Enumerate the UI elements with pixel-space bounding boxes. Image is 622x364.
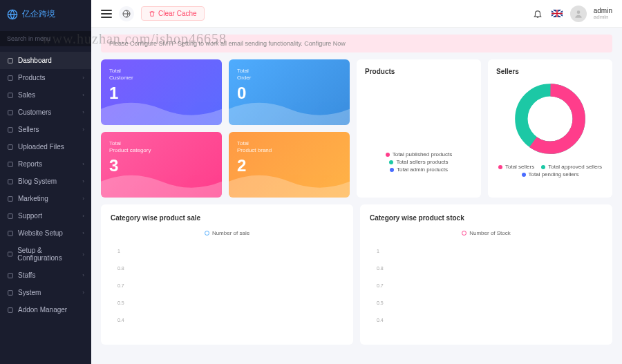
nav-icon — [7, 272, 14, 279]
nav-icon — [7, 161, 14, 168]
clear-cache-label: Clear Cache — [158, 10, 197, 17]
svg-rect-1 — [8, 58, 13, 63]
nav-label: Addon Manager — [18, 306, 67, 314]
svg-rect-5 — [8, 127, 13, 132]
wave-decoration — [101, 165, 222, 198]
user-menu[interactable]: admin admin — [594, 7, 612, 21]
sidebar-item-sales[interactable]: Sales› — [0, 86, 91, 104]
chevron-right-icon: › — [82, 251, 84, 258]
notifications-button[interactable] — [531, 8, 544, 20]
sidebar-item-dashboard[interactable]: Dashboard — [0, 52, 91, 69]
svg-rect-11 — [8, 231, 13, 236]
stat-card-category: TotalProduct category 3 — [101, 132, 222, 198]
sidebar-item-system[interactable]: System› — [0, 284, 91, 301]
nav-label: Blog System — [18, 178, 57, 185]
sidebar-item-staffs[interactable]: Staffs› — [0, 267, 91, 284]
svg-rect-10 — [8, 213, 13, 218]
sidebar-item-addon-manager[interactable]: Addon Manager — [0, 301, 91, 318]
chart-y-axis: 1 0.8 0.7 0.5 0.4 — [111, 249, 343, 323]
sidebar-item-reports[interactable]: Reports› — [0, 155, 91, 173]
chart-product-sale: Category wise product sale Number of sal… — [101, 204, 353, 345]
sidebar-item-marketing[interactable]: Marketing› — [0, 190, 91, 207]
sellers-legend: Total sellers Total approved sellers Tot… — [496, 164, 604, 178]
nav-icon — [7, 251, 13, 258]
search-input[interactable]: Search in menu — [0, 31, 91, 46]
sidebar-item-products[interactable]: Products› — [0, 69, 91, 86]
nav-icon — [7, 126, 14, 133]
chevron-right-icon: › — [82, 75, 84, 81]
nav-icon — [7, 57, 14, 64]
chart-title: Category wise product stock — [370, 214, 603, 222]
chevron-right-icon: › — [82, 92, 84, 98]
stat-card-customer: TotalCustomer 1 — [101, 59, 222, 125]
sellers-card: Sellers Total sellers Total approved sel… — [488, 59, 612, 198]
sidebar-item-blog-system[interactable]: Blog System› — [0, 173, 91, 190]
bell-icon — [533, 9, 543, 19]
language-button[interactable] — [551, 8, 563, 20]
nav-icon — [7, 195, 14, 202]
sidebar-item-sellers[interactable]: Sellers› — [0, 121, 91, 138]
svg-rect-9 — [8, 196, 13, 201]
nav-label: Dashboard — [18, 57, 52, 64]
svg-rect-12 — [8, 252, 12, 256]
nav-label: Staffs — [18, 271, 35, 279]
chevron-right-icon: › — [82, 126, 84, 133]
avatar[interactable] — [570, 6, 587, 22]
brand-text: 亿企跨境 — [22, 8, 55, 20]
chevron-right-icon: › — [82, 178, 84, 184]
brand-logo[interactable]: 亿企跨境 — [0, 0, 91, 28]
sidebar-item-uploaded-files[interactable]: Uploaded Files — [0, 138, 91, 155]
nav-icon — [7, 289, 14, 296]
topbar: Clear Cache admin admin — [91, 0, 622, 28]
nav-label: Customers — [18, 108, 51, 116]
nav-icon — [7, 230, 14, 237]
svg-rect-7 — [8, 162, 13, 166]
nav-icon — [7, 213, 14, 220]
wave-decoration — [229, 165, 350, 198]
nav-icon — [7, 75, 14, 82]
stat-card-order: TotalOrder 0 — [229, 59, 350, 125]
chevron-right-icon: › — [82, 161, 84, 167]
svg-rect-6 — [8, 144, 13, 149]
chevron-right-icon: › — [82, 230, 84, 236]
card-title: Sellers — [496, 68, 604, 75]
chart-product-stock: Category wise product stock Number of St… — [360, 204, 612, 345]
nav-label: System — [18, 289, 41, 296]
clear-cache-button[interactable]: Clear Cache — [141, 6, 205, 21]
sidebar: 亿企跨境 Search in menu DashboardProducts›Sa… — [0, 0, 91, 364]
svg-rect-3 — [8, 93, 13, 97]
sidebar-item-support[interactable]: Support› — [0, 207, 91, 224]
sellers-donut-chart — [512, 81, 588, 157]
card-title: Products — [365, 68, 473, 75]
nav-label: Support — [18, 212, 42, 220]
content: www.huzhan.com/ishop46658 Please Configu… — [91, 28, 622, 364]
nav-label: Sales — [18, 91, 35, 99]
sidebar-item-setup-configurations[interactable]: Setup & Configurations› — [0, 242, 91, 267]
svg-rect-2 — [8, 75, 13, 80]
sidebar-item-customers[interactable]: Customers› — [0, 104, 91, 121]
trash-icon — [149, 10, 156, 17]
chart-title: Category wise product sale — [111, 214, 343, 222]
stat-card-brand: TotalProduct brand 2 — [229, 132, 350, 198]
products-legend: Total published products Total sellers p… — [365, 151, 473, 173]
wave-decoration — [101, 93, 222, 126]
globe-icon — [7, 9, 18, 20]
svg-rect-4 — [8, 110, 13, 115]
nav-label: Website Setup — [18, 229, 63, 237]
nav-label: Uploaded Files — [18, 143, 64, 151]
nav-label: Reports — [18, 160, 42, 168]
nav-label: Setup & Configurations — [17, 247, 82, 262]
globe-icon — [122, 10, 131, 18]
user-icon — [574, 9, 583, 19]
visit-site-button[interactable] — [119, 6, 134, 21]
chevron-right-icon: › — [82, 109, 84, 115]
svg-rect-13 — [8, 273, 13, 278]
nav-label: Products — [18, 74, 45, 82]
svg-rect-14 — [8, 290, 13, 295]
smtp-warning-banner[interactable]: Please Configure SMTP Setting to work al… — [101, 35, 612, 52]
hamburger-icon[interactable] — [101, 10, 112, 18]
flag-icon — [552, 10, 563, 17]
sidebar-item-website-setup[interactable]: Website Setup› — [0, 224, 91, 242]
svg-rect-8 — [8, 179, 13, 184]
chevron-right-icon: › — [82, 272, 84, 278]
